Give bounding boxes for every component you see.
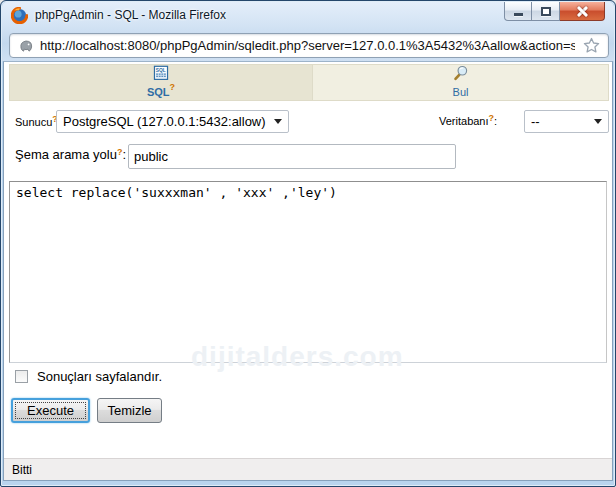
status-text: Bitti (12, 463, 32, 477)
maximize-icon (541, 7, 551, 16)
schema-search-path-input[interactable] (128, 144, 456, 169)
chevron-down-icon (274, 119, 282, 124)
server-select[interactable]: PostgreSQL (127.0.0.1:5432:allow) (56, 110, 289, 133)
server-select-value: PostgreSQL (127.0.0.1:5432:allow) (63, 114, 268, 129)
paginate-checkbox[interactable] (15, 370, 28, 383)
tab-sql-label: SQL (147, 86, 170, 98)
bookmark-star-icon[interactable] (583, 37, 600, 54)
page-content: SQL SQL? Bul (3, 61, 613, 481)
paginate-label: Sonuçları sayfalandır. (37, 369, 162, 384)
window-controls (504, 2, 605, 21)
close-icon (576, 5, 588, 17)
status-bar: Bitti (4, 458, 612, 480)
schema-label: Şema arama yolu?: (15, 147, 126, 162)
execute-button[interactable]: Execute (11, 398, 90, 423)
magnifier-icon (452, 65, 470, 81)
server-label: Sunucu?: (15, 114, 61, 128)
window-title: phpPgAdmin - SQL - Mozilla Firefox (35, 8, 226, 22)
url-text[interactable]: http://localhost:8080/phpPgAdmin/sqledit… (40, 38, 575, 53)
sql-document-icon: SQL (152, 65, 170, 81)
browser-chrome: phpPgAdmin - SQL - Mozilla Firefox http:… (2, 2, 614, 61)
close-button[interactable] (560, 2, 605, 21)
svg-text:SQL: SQL (156, 68, 166, 73)
database-select[interactable]: -- (524, 110, 609, 133)
postgresql-favicon (18, 38, 34, 54)
url-bar[interactable]: http://localhost:8080/phpPgAdmin/sqledit… (9, 33, 609, 58)
database-label: Veritabanı?: (439, 113, 497, 127)
tab-find[interactable]: Bul (313, 64, 609, 101)
minimize-icon (514, 13, 523, 16)
chevron-down-icon (594, 119, 602, 124)
database-select-value: -- (531, 114, 588, 129)
clear-button[interactable]: Temizle (97, 398, 162, 423)
sql-query-textarea[interactable]: select replace('suxxxman' , 'xxx' ,'ley'… (9, 181, 607, 363)
titlebar[interactable]: phpPgAdmin - SQL - Mozilla Firefox (2, 2, 614, 29)
firefox-icon (11, 7, 28, 24)
tab-find-label: Bul (453, 86, 469, 98)
maximize-button[interactable] (532, 2, 560, 21)
sql-help-marker[interactable]: ? (170, 82, 176, 92)
minimize-button[interactable] (504, 2, 532, 21)
paginate-row: Sonuçları sayfalandır. (15, 369, 162, 384)
tab-sql[interactable]: SQL SQL? (9, 64, 313, 101)
tab-strip: SQL SQL? Bul (9, 64, 609, 101)
firefox-window: phpPgAdmin - SQL - Mozilla Firefox http:… (0, 0, 616, 487)
